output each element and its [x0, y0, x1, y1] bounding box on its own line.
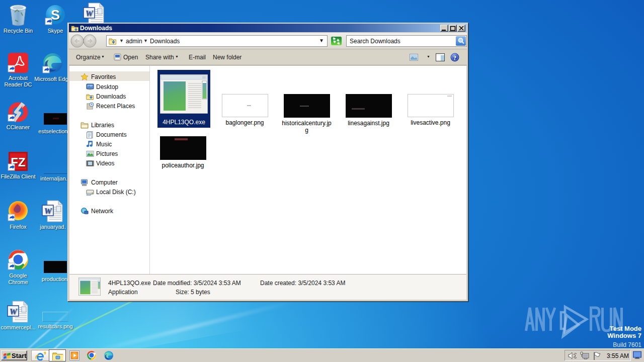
svg-text:W: W	[44, 206, 52, 216]
svg-text:?: ?	[453, 54, 456, 61]
svg-text:W: W	[9, 307, 18, 316]
svg-text:S: S	[51, 8, 60, 23]
svg-text:W: W	[85, 9, 94, 18]
